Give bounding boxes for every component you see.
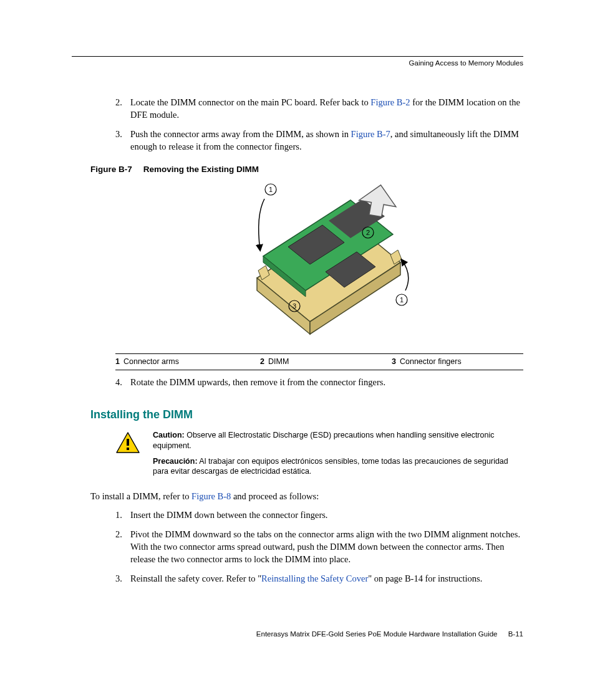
header-rule [72,56,523,57]
figure-image: 1 1 2 3 [115,181,523,347]
legend-text: DIMM [268,357,289,367]
step-text: Rotate the DIMM upwards, then remove it … [130,376,523,389]
legend-item: 3 Connector fingers [392,357,523,367]
step-text: Pivot the DIMM downward so the tabs on t… [130,529,523,565]
caution-text: Caution: Observe all Electrostatic Disch… [153,430,523,482]
legend-text: Connector fingers [400,357,462,367]
svg-rect-20 [127,439,129,446]
legend-number: 1 [115,357,120,367]
list-item: 4. Rotate the DIMM upwards, then remove … [115,376,523,389]
step-text: Insert the DIMM down between the connect… [130,509,523,522]
content-area: 2. Locate the DIMM connector on the main… [115,72,523,585]
xref-link[interactable]: Figure B-8 [191,491,231,501]
figure-label: Figure B-7 [90,165,132,174]
xref-link[interactable]: Reinstalling the Safety Cover [261,573,368,583]
svg-text:1: 1 [400,296,404,304]
svg-rect-21 [127,448,129,450]
step-number: 4. [115,376,130,389]
warning-icon [115,430,144,482]
page-number: B-11 [508,630,523,638]
legend-number: 2 [260,357,264,367]
page: Gaining Access to Memory Modules 2. Loca… [0,0,595,700]
step-text: Locate the DIMM connector on the main PC… [130,97,523,121]
step-number: 2. [115,529,130,565]
page-footer: Enterasys Matrix DFE-Gold Series PoE Mod… [256,630,523,638]
list-item: 3. Push the connector arms away from the… [115,128,523,153]
svg-text:2: 2 [366,229,370,236]
caution-note: Caution: Observe all Electrostatic Disch… [115,430,523,482]
svg-text:1: 1 [269,186,273,193]
procedure-list-b: 4. Rotate the DIMM upwards, then remove … [115,376,523,389]
step-number: 3. [115,573,130,585]
list-item: 2. Pivot the DIMM downward so the tabs o… [115,529,523,565]
step-text: Push the connector arms away from the DI… [130,128,523,153]
step-text: Reinstall the safety cover. Refer to "Re… [130,573,523,585]
list-item: 3. Reinstall the safety cover. Refer to … [115,573,523,585]
list-item: 2. Locate the DIMM connector on the main… [115,97,523,121]
step-number: 1. [115,509,130,522]
legend-item: 1 Connector arms [115,357,260,367]
section-heading: Installing the DIMM [90,407,523,422]
figure-caption: Figure B-7Removing the Existing DIMM [90,164,523,175]
intro-paragraph: To install a DIMM, refer to Figure B-8 a… [90,491,523,503]
list-item: 1. Insert the DIMM down between the conn… [115,509,523,522]
svg-text:3: 3 [293,302,296,310]
callout-1a: 1 [259,184,276,250]
xref-link[interactable]: Figure B-2 [370,97,410,107]
step-number: 2. [115,97,130,121]
dimm-illustration: 1 1 2 3 [226,181,413,343]
callout-legend: 1 Connector arms 2 DIMM 3 Connector fing… [115,353,523,370]
step-number: 3. [115,128,130,153]
legend-item: 2 DIMM [260,357,392,367]
legend-text: Connector arms [123,357,179,367]
footer-doc-title: Enterasys Matrix DFE-Gold Series PoE Mod… [256,630,498,638]
figure-title: Removing the Existing DIMM [143,165,259,174]
xref-link[interactable]: Figure B-7 [351,129,390,139]
procedure-list-c: 1. Insert the DIMM down between the conn… [115,509,523,585]
running-header: Gaining Access to Memory Modules [409,59,523,67]
procedure-list-a: 2. Locate the DIMM connector on the main… [115,97,523,153]
legend-number: 3 [392,357,396,367]
